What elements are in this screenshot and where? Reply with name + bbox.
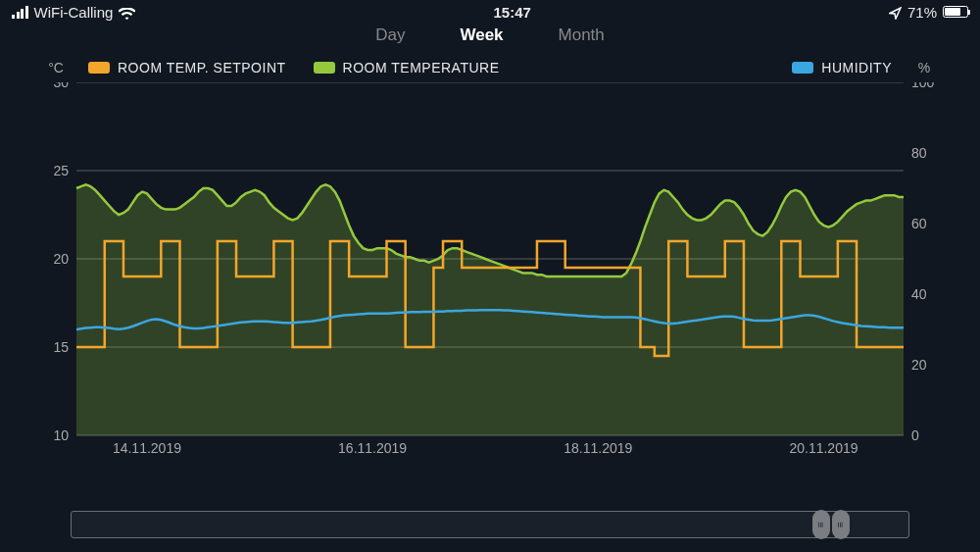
status-bar: WiFi-Calling 15:47 71%	[0, 0, 980, 22]
tab-day[interactable]: Day	[375, 25, 405, 49]
svg-text:40: 40	[911, 286, 927, 302]
status-right: 71%	[889, 4, 968, 21]
legend-room-temp-label: ROOM TEMPERATURE	[343, 60, 500, 75]
svg-text:15: 15	[53, 339, 69, 355]
swatch-setpoint	[88, 62, 110, 74]
tab-month[interactable]: Month	[559, 25, 605, 49]
svg-text:60: 60	[911, 216, 927, 231]
svg-text:80: 80	[911, 145, 927, 161]
location-icon	[889, 4, 902, 21]
legend-setpoint-label: ROOM TEMP. SETPOINT	[118, 60, 286, 75]
svg-text:100: 100	[911, 82, 935, 90]
svg-text:20.11.2019: 20.11.2019	[789, 440, 858, 456]
scrubber-handle-left[interactable]	[812, 510, 830, 539]
battery-icon	[943, 6, 968, 18]
battery-pct: 71%	[907, 4, 937, 21]
scrubber-handle-right[interactable]	[832, 510, 850, 539]
status-left: WiFi-Calling	[12, 4, 135, 21]
svg-text:0: 0	[911, 427, 919, 443]
svg-text:30: 30	[53, 82, 69, 90]
range-tabs: Day Week Month	[0, 25, 980, 49]
legend-row: °C ROOM TEMP. SETPOINT ROOM TEMPERATURE …	[0, 55, 980, 80]
swatch-room-temp	[314, 62, 335, 74]
cellular-signal-icon	[12, 6, 28, 19]
chart[interactable]: 101520253002040608010014.11.201916.11.20…	[31, 82, 949, 459]
swatch-humidity	[792, 62, 813, 74]
svg-text:10: 10	[53, 427, 69, 443]
legend-room-temp[interactable]: ROOM TEMPERATURE	[314, 60, 500, 75]
battery-fill	[945, 8, 960, 16]
legend-setpoint[interactable]: ROOM TEMP. SETPOINT	[88, 60, 286, 75]
scrubber-handles[interactable]	[812, 510, 850, 539]
legend-humidity[interactable]: HUMIDITY	[792, 60, 892, 75]
left-axis-unit: °C	[31, 60, 80, 75]
svg-text:14.11.2019: 14.11.2019	[113, 440, 181, 456]
wifi-icon	[119, 4, 135, 21]
right-axis-unit: %	[900, 60, 949, 75]
status-time: 15:47	[493, 4, 530, 21]
legend-humidity-label: HUMIDITY	[821, 60, 892, 75]
tab-week[interactable]: Week	[460, 25, 503, 49]
svg-text:16.11.2019: 16.11.2019	[338, 440, 407, 456]
svg-text:20: 20	[911, 357, 927, 373]
chart-canvas[interactable]: 101520253002040608010014.11.201916.11.20…	[31, 82, 949, 459]
carrier-label: WiFi-Calling	[34, 4, 114, 21]
svg-text:25: 25	[53, 163, 69, 178]
svg-text:18.11.2019: 18.11.2019	[564, 440, 632, 456]
svg-text:20: 20	[53, 251, 69, 267]
time-scrubber[interactable]	[71, 511, 909, 538]
